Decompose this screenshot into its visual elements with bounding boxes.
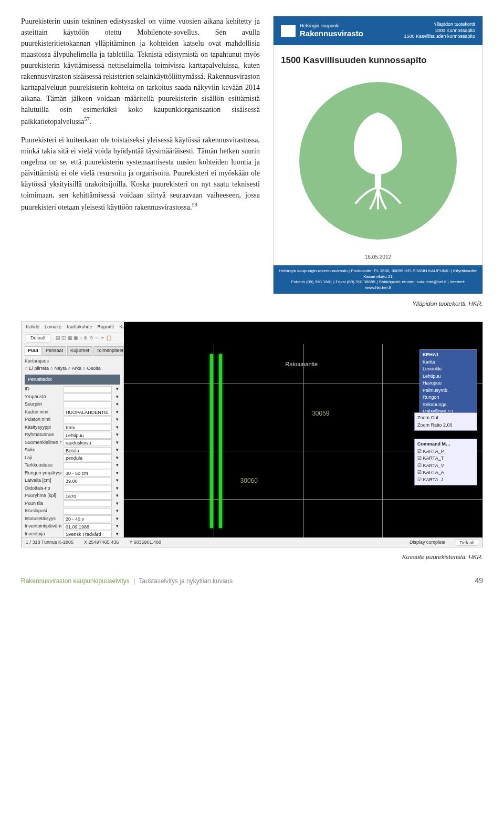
gis-field-value[interactable]: Katu — [64, 424, 112, 431]
status-record-count: 1 / 318 Tunnus K-2805 — [26, 539, 74, 546]
gis-tab[interactable]: Kujurmet — [67, 346, 92, 356]
dropdown-icon[interactable]: ▾ — [114, 492, 120, 500]
dropdown-icon[interactable]: ▾ — [114, 477, 120, 484]
gis-field-value[interactable]: Lehtipuu — [64, 432, 112, 439]
gis-panel-layers[interactable]: KEHA1 KarttaLennokkiLehtipuuHavupuuPalmu… — [419, 349, 477, 418]
gis-field-value[interactable] — [64, 485, 112, 492]
dropdown-icon[interactable]: ▾ — [114, 531, 120, 538]
gis-field-value[interactable]: 20 - 40 v — [64, 515, 112, 522]
gis-field-value[interactable]: Betula — [64, 447, 112, 454]
layer-item[interactable]: Palmusymb. — [423, 387, 474, 395]
command-item[interactable]: ☑ KARTA_J — [417, 477, 474, 484]
gis-field-row: InventoijaSvensk Trädvård▾ — [25, 531, 120, 538]
gis-field-row: Istutusetäisyys20 - 40 v▾ — [25, 515, 120, 523]
gis-field-label: Puuryhmä [kpl] — [25, 492, 61, 500]
status-display: Display complete — [410, 539, 446, 546]
gis-field-value[interactable] — [64, 417, 112, 423]
layer-item[interactable]: Sekabunga — [423, 401, 474, 409]
gis-field-label: Ryhmätunnus — [25, 431, 61, 439]
gis-field-row: Oidottais-np▾ — [25, 485, 120, 492]
gis-panel-command[interactable]: Command M… ☑ KARTA_P☑ KARTA_T☑ KARTA_V☑ … — [414, 439, 477, 485]
dropdown-icon[interactable]: ▾ — [114, 454, 120, 462]
gis-field-value[interactable] — [64, 462, 112, 469]
dropdown-icon[interactable]: ▾ — [114, 424, 120, 431]
gis-field-value[interactable]: 39.00 — [64, 478, 112, 484]
tree-roots-icon — [336, 108, 420, 213]
dropdown-icon[interactable]: ▾ — [114, 409, 120, 416]
kartarajaus-label: Kartarajaus — [25, 358, 120, 365]
gis-sidebar: PuutPensaatKujurmetToimenpiteet Kartaraj… — [22, 344, 124, 537]
gis-field-row: Suurpiiri▾ — [25, 401, 120, 408]
status-dropdown[interactable]: Default — [456, 539, 478, 546]
paragraph-2: Puurekisteri ei kuitenkaan ole toistaise… — [21, 134, 260, 213]
tuotekortti-date: 16.05.2012 — [274, 251, 482, 265]
gis-field-label: Ympäristö — [25, 393, 61, 401]
gis-field-row: Istuslaposi▾ — [25, 507, 120, 515]
command-item[interactable]: ☑ KARTA_A — [417, 469, 474, 477]
gis-field-value[interactable] — [64, 386, 112, 393]
gis-field-label: Istuslaposi — [25, 507, 61, 515]
gis-field-label: Käsitysyyppi — [25, 424, 61, 431]
figure-2-caption: Kuvaote puurekisteristä. HKR. — [21, 553, 483, 562]
gis-field-value[interactable]: 01.09.1988 — [64, 523, 112, 530]
command-item[interactable]: ☑ KARTA_T — [417, 455, 474, 462]
gis-tab-bar: PuutPensaatKujurmetToimenpiteet — [25, 346, 120, 356]
gis-field-label: Inventointipäivämäärä — [25, 523, 61, 530]
dropdown-icon[interactable]: ▾ — [114, 393, 120, 401]
gis-toolbar-select[interactable]: Default — [26, 334, 50, 343]
gis-panel-zoom[interactable]: Zoom Out Zoom Ratio 2.00 — [414, 412, 477, 431]
header-org-large: Rakennusvirasto — [300, 29, 363, 38]
gis-field-value[interactable]: 30 - 50 cm — [64, 470, 112, 477]
svg-rect-0 — [375, 173, 381, 188]
gis-field-value[interactable] — [64, 500, 112, 507]
layer-item[interactable]: Lennokki — [423, 366, 474, 373]
dropdown-icon[interactable]: ▾ — [114, 401, 120, 408]
gis-field-value[interactable]: 1670 — [64, 493, 112, 500]
gis-menu-item[interactable]: Karttakohde — [67, 324, 92, 331]
header-right-block: Ylläpidon tuotekortit 1000 Kunnossapito … — [404, 22, 475, 40]
gis-screenshot-figure: KohdeLomakeKarttakohdeRaportitKarttaMass… — [21, 322, 483, 547]
dropdown-icon[interactable]: ▾ — [114, 500, 120, 507]
layer-item[interactable]: Lehtipuu — [423, 373, 474, 380]
gis-tab[interactable]: Pensaat — [43, 346, 66, 356]
gis-tab[interactable]: Toimenpiteet — [93, 346, 124, 356]
dropdown-icon[interactable]: ▾ — [114, 523, 120, 530]
layer-item[interactable]: Havupuu — [423, 380, 474, 387]
dropdown-icon[interactable]: ▾ — [114, 447, 120, 454]
gis-field-value[interactable] — [64, 401, 112, 408]
gis-tab[interactable]: Puut — [25, 346, 41, 356]
gis-menu-item[interactable]: Raportit — [98, 324, 114, 331]
layer-item[interactable]: Rungon — [423, 394, 474, 401]
gis-field-value[interactable] — [64, 393, 112, 400]
kartarajaus-radios[interactable]: ○ Ei piirretä ○ Näytä ○ Arka ○ Osoita — [25, 365, 120, 372]
gis-field-value[interactable] — [64, 508, 112, 515]
gis-map-canvas[interactable]: 30059 30060 Rakuunantie KEHA1 KarttaLenn… — [124, 322, 482, 547]
gis-field-label: Kadun nimi — [25, 409, 61, 416]
command-item[interactable]: ☑ KARTA_P — [417, 448, 474, 455]
gis-field-value[interactable]: HUOPALAHDENTIE — [64, 409, 112, 416]
gis-field-row: Rungon ympärysmitta30 - 50 cm▾ — [25, 470, 120, 477]
layer-item[interactable]: Kartta — [423, 359, 474, 366]
gis-menu-item[interactable]: Kohde — [26, 324, 39, 331]
gis-field-label: Puiston nimi — [25, 416, 61, 423]
gis-field-value[interactable]: pendula — [64, 454, 112, 461]
helsinki-logo-icon — [281, 25, 296, 37]
section-perustiedot[interactable]: Perustiedot — [25, 375, 120, 385]
gis-menu-item[interactable]: Lomake — [45, 324, 61, 331]
gis-field-row: Latvalia [cm]39.00▾ — [25, 477, 120, 484]
dropdown-icon[interactable]: ▾ — [114, 431, 120, 439]
gis-field-row: Ympäristö▾ — [25, 393, 120, 401]
dropdown-icon[interactable]: ▾ — [114, 462, 120, 469]
gis-field-value[interactable]: rauduskoivu — [64, 439, 112, 446]
gis-field-value[interactable]: Svensk Trädvård — [64, 531, 112, 537]
dropdown-icon[interactable]: ▾ — [114, 507, 120, 515]
gis-toolbar-icons[interactable]: ▤ ◫ ▦ ▣ ⌂ ⊕ ⊖ ↔ ✂ 📋 — [56, 335, 112, 342]
dropdown-icon[interactable]: ▾ — [114, 470, 120, 477]
dropdown-icon[interactable]: ▾ — [114, 439, 120, 447]
dropdown-icon[interactable]: ▾ — [114, 515, 120, 523]
figure-1-caption: Ylläpidon tuotekortti. HKR. — [273, 299, 483, 308]
dropdown-icon[interactable]: ▾ — [114, 416, 120, 423]
command-item[interactable]: ☑ KARTA_V — [417, 462, 474, 470]
dropdown-icon[interactable]: ▾ — [114, 485, 120, 492]
dropdown-icon[interactable]: ▾ — [114, 386, 120, 393]
